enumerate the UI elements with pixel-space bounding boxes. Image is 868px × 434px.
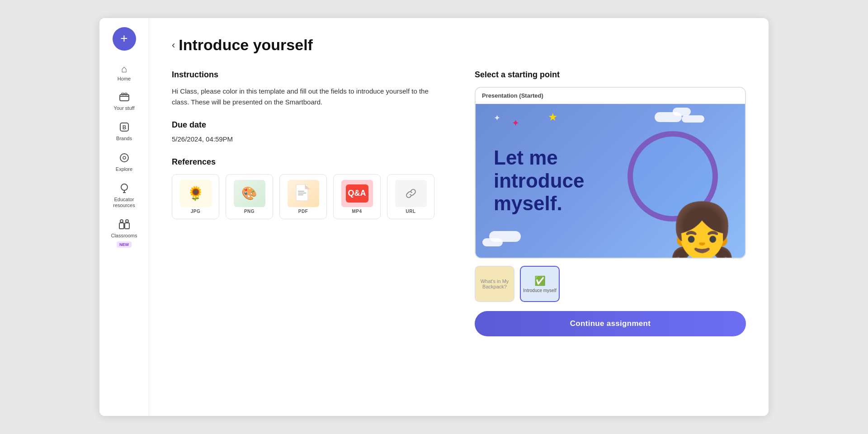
thumbnail-card-1[interactable]: What's in My Backpack? — [475, 266, 514, 302]
classrooms-icon — [119, 219, 130, 231]
reference-jpg[interactable]: 🌻 JPG — [172, 174, 219, 219]
svg-rect-13 — [298, 191, 304, 192]
preview-line-1: Let me — [494, 146, 584, 170]
thumbnail-card-2[interactable]: ✅ Introduce myself — [520, 266, 560, 302]
ref-type-label: JPG — [191, 209, 201, 214]
preview-line-2: introduce — [494, 170, 584, 193]
back-button[interactable]: ‹ — [172, 39, 175, 51]
thumb-content-2: ✅ Introduce myself — [523, 275, 556, 293]
svg-text:B: B — [122, 124, 126, 131]
ref-type-label: MP4 — [352, 209, 362, 214]
presentation-label: Presentation (Started) — [476, 88, 745, 104]
reference-mp4[interactable]: Q&A MP4 — [333, 174, 381, 219]
references-heading: References — [172, 157, 448, 167]
due-date-value: 5/26/2024, 04:59PM — [172, 135, 448, 143]
url-thumbnail — [395, 180, 427, 207]
app-window: + ⌂ Home Your stuff B — [99, 18, 769, 416]
svg-point-7 — [121, 184, 127, 190]
sidebar-item-label: Explore — [116, 166, 132, 172]
explore-icon — [119, 153, 129, 165]
ref-type-label: URL — [406, 209, 415, 214]
main-content: ‹ Introduce yourself Instructions Hi Cla… — [149, 18, 769, 416]
star-decoration: ✦ — [512, 118, 519, 128]
thumb-label-1: What's in My Backpack? — [476, 276, 514, 292]
checkmark-icon: ✅ — [534, 275, 546, 286]
svg-rect-0 — [120, 94, 129, 101]
svg-rect-8 — [119, 223, 124, 229]
new-badge: NEW — [117, 241, 132, 248]
plus-icon: + — [120, 32, 127, 45]
preview-line-3: myself. — [494, 192, 584, 215]
thumbnail-row: What's in My Backpack? ✅ Introduce mysel… — [475, 266, 746, 302]
continue-assignment-button[interactable]: Continue assignment — [475, 311, 746, 336]
thumb-label-2: Introduce myself — [523, 288, 556, 293]
reference-pdf[interactable]: PDF — [279, 174, 327, 219]
sidebar-item-label: Your stuff — [114, 105, 135, 111]
presentation-preview: ✦ ✦ ★ Let me introduce mysel — [476, 104, 745, 258]
left-column: Instructions Hi Class, please color in t… — [172, 70, 448, 336]
cloud-decoration — [673, 108, 691, 116]
plus-button[interactable]: + — [113, 27, 136, 51]
sidebar-item-educator-resources[interactable]: Educator resources — [104, 179, 144, 213]
two-column-layout: Instructions Hi Class, please color in t… — [172, 70, 746, 336]
svg-rect-14 — [298, 193, 306, 193]
brands-icon: B — [119, 122, 129, 134]
cloud-decoration — [682, 115, 704, 123]
sidebar-item-brands[interactable]: B Brands — [104, 118, 144, 146]
svg-point-11 — [126, 220, 128, 222]
due-date-heading: Due date — [172, 120, 448, 130]
page-header: ‹ Introduce yourself — [172, 36, 746, 54]
svg-rect-9 — [125, 223, 129, 229]
instructions-heading: Instructions — [172, 70, 448, 80]
png-thumbnail: 🎨 — [234, 180, 265, 207]
sidebar-item-classrooms[interactable]: Classrooms NEW — [104, 215, 144, 252]
right-column: Select a starting point Presentation (St… — [475, 70, 746, 336]
sidebar-item-label: Brands — [116, 136, 132, 142]
sidebar: + ⌂ Home Your stuff B — [99, 18, 149, 416]
svg-point-10 — [120, 220, 123, 222]
svg-point-6 — [123, 156, 126, 159]
sidebar-item-explore[interactable]: Explore — [104, 148, 144, 177]
star-decoration: ✦ — [494, 113, 500, 123]
ref-type-label: PDF — [298, 209, 308, 214]
svg-point-5 — [120, 154, 128, 162]
mp4-thumbnail: Q&A — [341, 180, 373, 207]
instructions-text: Hi Class, please color in this template … — [172, 86, 448, 108]
reference-png[interactable]: 🎨 PNG — [226, 174, 273, 219]
sidebar-item-label: Educator resources — [108, 197, 141, 208]
your-stuff-icon — [119, 93, 129, 104]
character-illustration: 👧 — [668, 203, 736, 258]
home-icon: ⌂ — [121, 64, 127, 74]
starting-point-heading: Select a starting point — [475, 70, 746, 80]
pdf-thumbnail — [288, 180, 319, 207]
star-decoration: ★ — [548, 111, 558, 123]
cloud-decoration — [482, 238, 503, 246]
jpg-thumbnail: 🌻 — [180, 180, 212, 207]
preview-text-block: Let me introduce myself. — [494, 146, 584, 215]
sidebar-item-your-stuff[interactable]: Your stuff — [104, 88, 144, 116]
sidebar-item-label: Home — [118, 76, 131, 82]
ref-type-label: PNG — [244, 209, 255, 214]
page-title: Introduce yourself — [179, 36, 313, 54]
svg-rect-15 — [298, 194, 303, 195]
sidebar-item-home[interactable]: ⌂ Home — [104, 60, 144, 86]
qa-label: Q&A — [346, 184, 368, 203]
presentation-card[interactable]: Presentation (Started) ✦ ✦ ★ — [475, 87, 746, 259]
references-list: 🌻 JPG 🎨 PNG — [172, 174, 448, 219]
sidebar-item-label: Classrooms — [111, 233, 137, 239]
educator-resources-icon — [119, 183, 129, 195]
reference-url[interactable]: URL — [387, 174, 434, 219]
